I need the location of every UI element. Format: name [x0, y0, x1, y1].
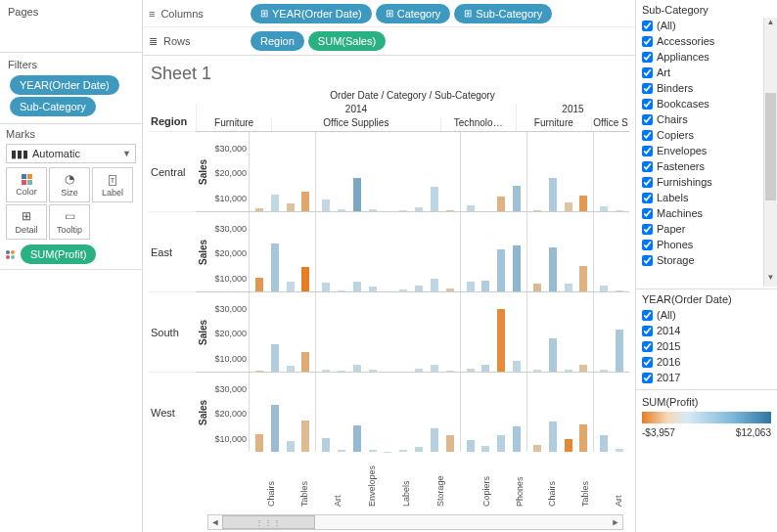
mark-detail-button[interactable]: ⊞Detail — [6, 204, 47, 240]
checkbox[interactable] — [642, 83, 653, 94]
bar[interactable] — [431, 428, 438, 452]
checkbox[interactable] — [642, 326, 653, 336]
scroll-down-icon[interactable]: ▼ — [764, 273, 777, 287]
column-pill[interactable]: ⊞Sub-Category — [454, 4, 552, 23]
filter-item[interactable]: Furnishings — [642, 174, 775, 190]
bar[interactable] — [271, 344, 279, 372]
checkbox[interactable] — [642, 36, 653, 47]
mark-color-button[interactable]: Color — [6, 167, 47, 202]
bar[interactable] — [467, 440, 475, 452]
filter-item[interactable]: Machines — [642, 205, 775, 221]
filter-item[interactable]: Binders — [642, 80, 775, 96]
subcat-scrollbar[interactable]: ▲ ▼ — [763, 18, 777, 287]
bar[interactable] — [497, 435, 505, 452]
bar[interactable] — [322, 200, 330, 211]
checkbox[interactable] — [642, 161, 653, 172]
bar[interactable] — [533, 445, 541, 452]
scroll-up-icon[interactable]: ▲ — [764, 18, 777, 31]
checkbox[interactable] — [642, 224, 653, 235]
filter-item[interactable]: 2017 — [642, 370, 775, 385]
column-pill[interactable]: ⊞Category — [376, 4, 451, 23]
bar[interactable] — [549, 421, 557, 452]
bar[interactable] — [565, 202, 572, 211]
filter-item[interactable]: (All) — [642, 18, 775, 33]
filter-item[interactable]: Bookcases — [642, 96, 775, 111]
checkbox[interactable] — [642, 21, 653, 31]
filter-item[interactable]: Envelopes — [642, 143, 775, 158]
bar[interactable] — [431, 365, 438, 372]
checkbox[interactable] — [642, 114, 653, 125]
bar[interactable] — [549, 338, 557, 372]
scrollbar-thumb[interactable]: ⋮⋮⋮ — [222, 515, 315, 529]
bar[interactable] — [513, 245, 521, 291]
filter-item[interactable]: Phones — [642, 237, 775, 252]
mark-label-button[interactable]: TLabel — [92, 167, 133, 202]
bar[interactable] — [271, 244, 279, 291]
filter-item[interactable]: Art — [642, 65, 775, 80]
bar[interactable] — [549, 178, 557, 211]
checkbox[interactable] — [642, 310, 653, 321]
bar[interactable] — [446, 435, 454, 452]
filter-item[interactable]: 2016 — [642, 354, 775, 370]
bar[interactable] — [287, 441, 295, 452]
bar[interactable] — [301, 352, 309, 372]
column-pill[interactable]: ⊞YEAR(Order Date) — [251, 4, 372, 23]
checkbox[interactable] — [642, 146, 653, 156]
filter-pill[interactable]: Sub-Category — [10, 97, 96, 116]
marks-type-select[interactable]: ▮▮▮ Automatic ▼ — [6, 144, 136, 163]
filter-item[interactable]: 2014 — [642, 323, 775, 338]
checkbox[interactable] — [642, 208, 653, 219]
bar[interactable] — [255, 434, 263, 452]
bar[interactable] — [481, 281, 489, 291]
filter-item[interactable]: Fasteners — [642, 158, 775, 174]
bar[interactable] — [431, 187, 438, 211]
bar[interactable] — [616, 330, 623, 373]
filter-item[interactable]: (All) — [642, 307, 775, 323]
bar[interactable] — [579, 266, 587, 291]
filter-item[interactable]: Labels — [642, 190, 775, 205]
checkbox[interactable] — [642, 193, 653, 203]
bar[interactable] — [287, 203, 295, 211]
scroll-left-icon[interactable]: ◄ — [208, 517, 222, 527]
checkbox[interactable] — [642, 52, 653, 63]
checkbox[interactable] — [642, 130, 653, 141]
bar[interactable] — [301, 421, 309, 452]
bar[interactable] — [481, 365, 489, 372]
bar[interactable] — [533, 284, 541, 291]
filter-item[interactable]: Appliances — [642, 49, 775, 65]
bar[interactable] — [497, 197, 505, 211]
checkbox[interactable] — [642, 341, 653, 352]
checkbox[interactable] — [642, 177, 653, 188]
filter-pill[interactable]: YEAR(Order Date) — [10, 75, 119, 95]
bar[interactable] — [287, 282, 295, 291]
bar[interactable] — [301, 267, 309, 291]
bar[interactable] — [579, 196, 587, 211]
bar[interactable] — [549, 247, 557, 291]
filter-item[interactable]: 2015 — [642, 338, 775, 354]
bar[interactable] — [497, 249, 505, 291]
bar[interactable] — [353, 282, 361, 291]
row-pill[interactable]: Region — [251, 31, 304, 51]
bar[interactable] — [497, 309, 505, 372]
bar[interactable] — [353, 425, 361, 452]
checkbox[interactable] — [642, 67, 653, 78]
filter-item[interactable]: Chairs — [642, 111, 775, 127]
bar[interactable] — [431, 279, 438, 291]
row-pill[interactable]: SUM(Sales) — [308, 31, 386, 51]
bar[interactable] — [301, 192, 309, 211]
checkbox[interactable] — [642, 240, 653, 250]
mark-size-button[interactable]: ◔Size — [49, 167, 90, 202]
bar[interactable] — [513, 426, 521, 452]
bar[interactable] — [255, 278, 263, 291]
filter-item[interactable]: Storage — [642, 252, 775, 268]
scrollbar-thumb[interactable] — [765, 93, 776, 200]
mark-tooltip-button[interactable]: ▭Tooltip — [49, 204, 90, 240]
checkbox[interactable] — [642, 373, 653, 383]
bar[interactable] — [579, 424, 587, 452]
horizontal-scrollbar[interactable]: ◄ ⋮⋮⋮ ► — [207, 514, 623, 530]
bar[interactable] — [565, 439, 572, 452]
bar[interactable] — [322, 283, 330, 291]
bar[interactable] — [513, 361, 521, 372]
scroll-right-icon[interactable]: ► — [609, 517, 622, 527]
bar[interactable] — [353, 365, 361, 372]
